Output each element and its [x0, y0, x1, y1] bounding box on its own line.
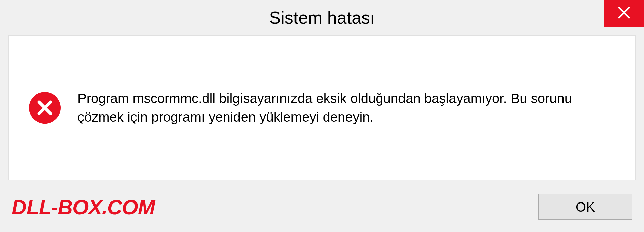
- ok-button-label: OK: [576, 199, 595, 215]
- close-icon: [617, 6, 631, 21]
- watermark: DLL-BOX.COM: [12, 195, 155, 219]
- error-message: Program mscormmc.dll bilgisayarınızda ek…: [77, 89, 615, 126]
- close-button[interactable]: [604, 0, 644, 27]
- titlebar: Sistem hatası: [0, 0, 644, 35]
- dialog-title: Sistem hatası: [269, 8, 375, 28]
- ok-button[interactable]: OK: [538, 194, 632, 220]
- error-icon: [29, 92, 61, 124]
- content-panel: Program mscormmc.dll bilgisayarınızda ek…: [8, 35, 636, 180]
- footer: DLL-BOX.COM OK: [0, 188, 644, 232]
- error-dialog: Sistem hatası Program mscormmc.dll bilgi…: [0, 0, 644, 232]
